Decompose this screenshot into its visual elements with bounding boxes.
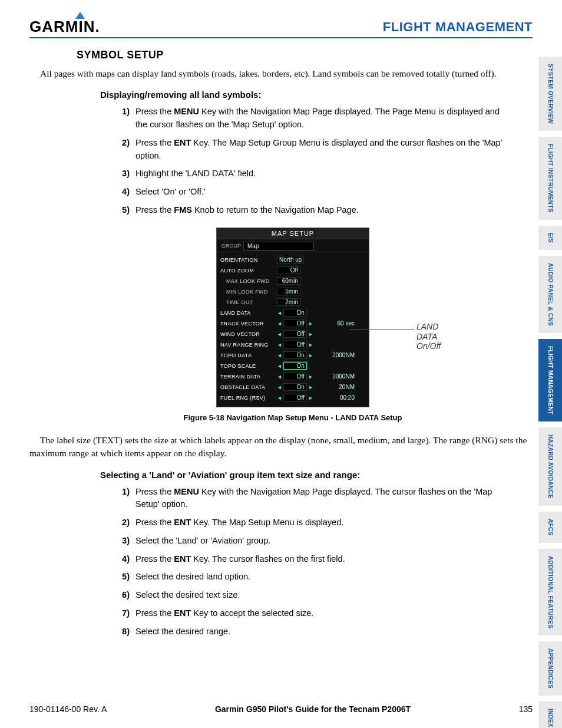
avionics-row-value: ◄On► — [277, 383, 320, 391]
side-tab[interactable]: INDEX — [538, 701, 562, 728]
side-tab[interactable]: HAZARD AVOIDANCE — [538, 427, 562, 506]
avionics-value-box: On — [283, 383, 307, 391]
avionics-row: NAV RANGE RING◄Off► — [220, 340, 365, 350]
step-number: 2) — [114, 137, 130, 163]
side-tab[interactable]: FLIGHT INSTRUMENTS — [538, 137, 562, 220]
step-bold: MENU — [174, 487, 199, 496]
side-tab[interactable]: AUDIO PANEL & CNS — [538, 256, 562, 333]
procedure-step: 1)Press the MENU Key with the Navigation… — [114, 486, 509, 512]
left-arrow-icon: ◄ — [277, 310, 282, 316]
avionics-row-value: Off — [277, 266, 320, 274]
step-text: Select the 'Land' or 'Aviation' group. — [135, 535, 509, 548]
avionics-row-label: TIME OUT — [220, 299, 277, 305]
avionics-row-value: ◄Off► — [277, 373, 320, 380]
side-tab[interactable]: SYSTEM OVERVIEW — [538, 57, 562, 131]
figure-caption: Figure 5-18 Navigation Map Setup Menu - … — [77, 413, 509, 422]
left-arrow-icon: ◄ — [277, 331, 282, 337]
avionics-row-label: ORIENTATION — [220, 257, 277, 263]
avionics-row-label: TOPO SCALE — [220, 363, 277, 369]
step-text: Press the ENT Key to accept the selected… — [135, 607, 509, 620]
avionics-row: TOPO SCALE◄On — [220, 361, 365, 371]
avionics-row: MAX LOOK FWD60min — [220, 276, 365, 286]
right-arrow-icon: ► — [308, 331, 313, 337]
avionics-row-value: 5min — [277, 288, 320, 295]
step-text: Press the ENT Key. The cursor flashes on… — [135, 553, 509, 566]
figure-wrap: MAP SETUP GROUP Map ORIENTATIONNorth upA… — [77, 228, 509, 407]
callout-text: LAND DATA On/Off — [416, 322, 441, 351]
procedure-step: 3)Highlight the 'LAND DATA' field. — [114, 167, 509, 180]
step-text: Select the desired range. — [135, 625, 509, 638]
step-number: 7) — [114, 607, 130, 620]
footer-center: Garmin G950 Pilot's Guide for the Tecnam… — [215, 704, 411, 714]
left-arrow-icon: ◄ — [277, 384, 282, 390]
avionics-value-box: Off — [283, 330, 307, 338]
step-number: 5) — [114, 571, 130, 584]
avionics-screenshot: MAP SETUP GROUP Map ORIENTATIONNorth upA… — [216, 228, 369, 407]
procedure-1-list: 1)Press the MENU Key with the Navigation… — [114, 106, 509, 216]
avionics-value-box: Off — [277, 266, 300, 274]
avionics-row-value: ◄On — [277, 309, 320, 317]
avionics-row: WIND VECTOR◄Off► — [220, 329, 365, 340]
side-tab[interactable]: AFCS — [538, 512, 562, 542]
step-text: Select the desired land option. — [135, 571, 509, 584]
footer-right: 135 — [519, 704, 533, 714]
step-text: Press the ENT Key. The Map Setup Group M… — [135, 137, 509, 163]
right-arrow-icon: ► — [308, 374, 313, 380]
avionics-value-box: On — [283, 362, 307, 370]
logo-triangle-icon — [75, 12, 85, 19]
avionics-value-box: On — [283, 351, 307, 359]
step-bold: ENT — [174, 518, 191, 527]
side-tab[interactable]: APPENDICES — [538, 641, 562, 696]
avionics-row: OBSTACLE DATA◄On►20NM — [220, 382, 365, 393]
procedure-step: 6)Select the desired text size. — [114, 589, 509, 602]
right-arrow-icon: ► — [308, 342, 313, 348]
procedure-step: 5)Select the desired land option. — [114, 571, 509, 584]
side-tabs: SYSTEM OVERVIEWFLIGHT INSTRUMENTSEISAUDI… — [538, 57, 562, 728]
step-number: 3) — [114, 167, 130, 180]
avionics-group-label: GROUP — [222, 243, 241, 249]
step-text: Select 'On' or 'Off.' — [135, 186, 509, 199]
procedure-1-title: Displaying/removing all land symbols: — [100, 90, 509, 100]
avionics-row-label: NAV RANGE RING — [220, 342, 277, 348]
side-tab[interactable]: FLIGHT MANAGEMENT — [538, 339, 562, 422]
side-tab[interactable]: EIS — [538, 226, 562, 250]
step-bold: MENU — [174, 107, 199, 116]
step-number: 6) — [114, 589, 130, 602]
avionics-value-box: 5min — [277, 288, 300, 295]
avionics-row: MIN LOOK FWD5min — [220, 286, 365, 297]
side-tab[interactable]: ADDITIONAL FEATURES — [538, 549, 562, 635]
avionics-row-value: ◄Off► — [277, 341, 320, 348]
intro-paragraph: All pages with maps can display land sym… — [29, 67, 533, 80]
step-bold: ENT — [174, 138, 191, 147]
left-arrow-icon: ◄ — [277, 353, 282, 358]
step-number: 1) — [114, 486, 130, 512]
left-arrow-icon: ◄ — [277, 363, 282, 369]
avionics-row-label: TRACK VECTOR — [220, 321, 277, 327]
left-arrow-icon: ◄ — [277, 374, 282, 380]
avionics-row-label: OBSTACLE DATA — [220, 384, 277, 390]
mid-paragraph: The label size (TEXT) sets the size at w… — [29, 434, 533, 460]
avionics-row-label: LAND DATA — [220, 310, 277, 316]
footer-left: 190-01146-00 Rev. A — [29, 704, 107, 714]
avionics-value-box: 60min — [277, 277, 300, 285]
avionics-row: LAND DATA◄On — [220, 308, 365, 318]
right-arrow-icon: ► — [308, 395, 313, 401]
section-heading: SYMBOL SETUP — [77, 49, 509, 61]
procedure-step: 4)Press the ENT Key. The cursor flashes … — [114, 553, 509, 566]
left-arrow-icon: ◄ — [277, 395, 282, 401]
avionics-row-label: WIND VECTOR — [220, 331, 277, 337]
procedure-2-list: 1)Press the MENU Key with the Navigation… — [114, 486, 509, 638]
procedure-step: 3)Select the 'Land' or 'Aviation' group. — [114, 535, 509, 548]
avionics-row-extra: 2000NM — [320, 352, 356, 358]
step-number: 2) — [114, 516, 130, 529]
step-number: 5) — [114, 204, 130, 217]
avionics-row-label: TOPO DATA — [220, 353, 277, 358]
step-text: Highlight the 'LAND DATA' field. — [135, 167, 509, 180]
callout-line — [349, 329, 414, 330]
page-header: GARMIN. FLIGHT MANAGEMENT — [29, 18, 533, 38]
procedure-2-title: Selecting a 'Land' or 'Aviation' group i… — [100, 470, 509, 480]
avionics-row-extra: 60 sec — [320, 320, 356, 327]
procedure-step: 2)Press the ENT Key. The Map Setup Menu … — [114, 516, 509, 529]
avionics-value-box: Off — [283, 373, 307, 380]
procedure-step: 7)Press the ENT Key to accept the select… — [114, 607, 509, 620]
